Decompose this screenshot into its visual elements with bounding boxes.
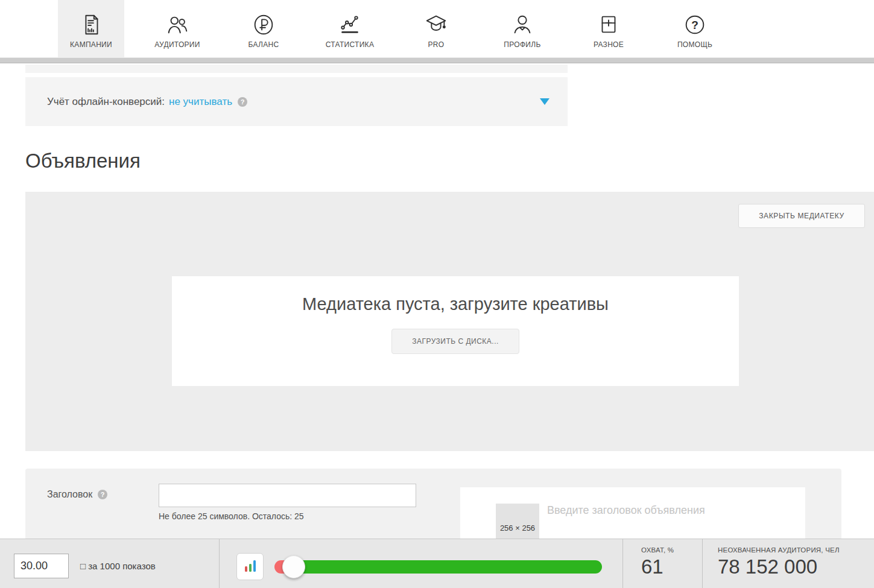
chevron-down-icon[interactable] [540, 98, 549, 105]
footer-divider [219, 539, 220, 588]
previous-panel-edge [25, 65, 568, 73]
slider-handle[interactable] [282, 555, 305, 578]
page: КАМПАНИИ АУДИТОРИИ БАЛАНС [0, 0, 874, 588]
ad-title-preview-placeholder: Введите заголовок объявления [547, 504, 705, 517]
bid-price-unit-label: за 1000 показов [88, 561, 155, 571]
question-icon[interactable]: ? [98, 490, 107, 499]
media-library-empty-card: Медиатека пуста, загрузите креативы ЗАГР… [172, 276, 739, 386]
offline-conversions-value-link[interactable]: не учитывать [169, 96, 232, 108]
slider-track[interactable] [274, 560, 602, 574]
svg-text:?: ? [691, 19, 698, 31]
media-library-empty-message: Медиатека пуста, загрузите креативы [172, 276, 739, 314]
ad-title-input[interactable] [159, 484, 416, 507]
campaigns-icon [78, 8, 104, 37]
media-library-panel: ЗАКРЫТЬ МЕДИАТЕКУ Медиатека пуста, загру… [25, 192, 874, 451]
nav-item-profile[interactable]: ПРОФИЛЬ [489, 0, 556, 57]
nav-item-balance[interactable]: БАЛАНС [230, 0, 297, 57]
currency-tofu-glyph: □ [80, 561, 86, 571]
profile-icon [510, 8, 535, 37]
question-icon[interactable]: ? [238, 97, 247, 107]
bid-price-input[interactable] [14, 554, 69, 578]
audiences-icon [165, 8, 190, 37]
nav-label: АУДИТОРИИ [154, 40, 200, 49]
title-field-label: Заголовок [47, 489, 92, 500]
footer-divider [702, 539, 703, 588]
page-title: Объявления [25, 150, 141, 172]
nav-label: ПРОФИЛЬ [504, 40, 540, 49]
bid-price-unit: □ за 1000 показов [80, 561, 156, 571]
close-media-library-button[interactable]: ЗАКРЫТЬ МЕДИАТЕКУ [738, 204, 865, 228]
reach-stat: ОХВАТ, % 61 [641, 546, 674, 578]
reach-value: 61 [641, 555, 674, 578]
misc-icon [596, 8, 621, 37]
offline-conversions-panel: Учёт офлайн-конверсий: не учитывать ? [25, 77, 568, 126]
ad-preview-card: 256 × 256 Введите заголовок объявления [460, 487, 805, 539]
nav-label: ПОМОЩЬ [677, 40, 712, 49]
char-counter-hint: Не более 25 символов. Осталось: 25 [159, 511, 304, 521]
reach-label: ОХВАТ, % [641, 546, 674, 554]
statistics-icon [337, 8, 363, 37]
bar-chart-icon [242, 557, 259, 576]
unreached-audience-value: 78 152 000 [718, 555, 840, 578]
ad-image-placeholder: 256 × 256 [496, 504, 539, 539]
horizontal-scrollbar[interactable] [0, 58, 874, 63]
bid-reach-slider[interactable] [274, 560, 602, 574]
nav-item-audiences[interactable]: АУДИТОРИИ [144, 0, 211, 57]
title-field-label-wrap: Заголовок ? [47, 489, 107, 500]
nav-item-pro[interactable]: PRO [403, 0, 469, 57]
unreached-audience-label: НЕОХВАЧЕННАЯ АУДИТОРИЯ, ЧЕЛ [718, 546, 840, 554]
nav-label: РАЗНОЕ [594, 40, 624, 49]
ad-form-panel: Заголовок ? Не более 25 символов. Остало… [25, 469, 841, 539]
upload-from-disk-button[interactable]: ЗАГРУЗИТЬ С ДИСКА... [391, 329, 519, 354]
help-icon: ? [682, 8, 708, 37]
coverage-chart-button[interactable] [236, 553, 264, 580]
bid-footer-bar: □ за 1000 показов ОХВАТ, % [0, 539, 874, 588]
nav-label: КАМПАНИИ [70, 40, 112, 49]
ad-image-size-label: 256 × 256 [496, 523, 539, 533]
offline-conversions-label: Учёт офлайн-конверсий: [47, 96, 165, 108]
unreached-audience-stat: НЕОХВАЧЕННАЯ АУДИТОРИЯ, ЧЕЛ 78 152 000 [718, 546, 840, 578]
nav-label: БАЛАНС [249, 40, 279, 49]
nav-item-campaigns[interactable]: КАМПАНИИ [58, 0, 124, 57]
balance-icon [251, 8, 276, 37]
nav-label: СТАТИСТИКА [326, 40, 374, 49]
top-nav: КАМПАНИИ АУДИТОРИИ БАЛАНС [0, 0, 874, 58]
slider-segment-green [301, 560, 602, 574]
footer-divider [622, 539, 623, 588]
pro-icon [423, 8, 449, 37]
nav-item-misc[interactable]: РАЗНОЕ [575, 0, 642, 57]
nav-label: PRO [428, 40, 445, 49]
nav-item-statistics[interactable]: СТАТИСТИКА [317, 0, 383, 57]
nav-item-help[interactable]: ? ПОМОЩЬ [662, 0, 728, 57]
